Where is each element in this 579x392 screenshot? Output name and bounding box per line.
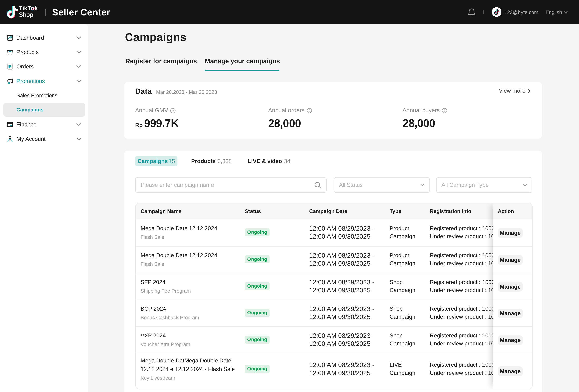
svg-text:?: ?: [444, 109, 446, 112]
svg-text:?: ?: [172, 109, 174, 112]
svg-text:?: ?: [308, 109, 310, 112]
